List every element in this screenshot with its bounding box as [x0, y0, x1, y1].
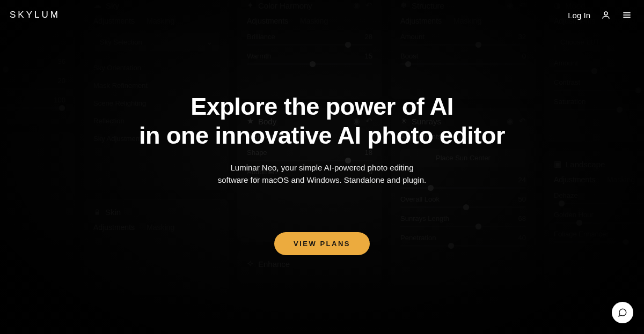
- hero-section: Explore the power of AI in one innovativ…: [0, 92, 644, 255]
- hamburger-menu-icon[interactable]: [621, 10, 632, 20]
- header-actions: Log In: [568, 10, 632, 20]
- site-header: SKYLUM Log In: [0, 0, 644, 30]
- svg-point-0: [604, 12, 608, 15]
- view-plans-button[interactable]: VIEW PLANS: [274, 232, 370, 255]
- chat-icon: [618, 308, 627, 317]
- brand-logo[interactable]: SKYLUM: [10, 10, 60, 20]
- chat-widget-button[interactable]: [612, 302, 633, 323]
- hero-subtext: Luminar Neo, your simple AI-powered phot…: [0, 162, 644, 186]
- login-link[interactable]: Log In: [568, 11, 590, 20]
- user-icon[interactable]: [601, 10, 611, 20]
- hero-heading: Explore the power of AI in one innovativ…: [0, 92, 644, 150]
